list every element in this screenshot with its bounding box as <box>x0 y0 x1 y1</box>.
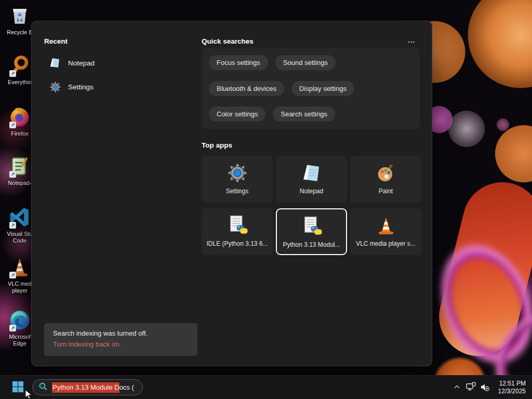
top-app-tile-python-module-docs[interactable]: Python 3.13 Modul... <box>276 208 347 255</box>
vscode-icon: ↗ <box>8 206 31 229</box>
top-apps-header: Top apps <box>202 141 232 149</box>
unselected-query-text: ocs ( <box>119 383 134 391</box>
recent-item-label: Settings <box>68 83 94 91</box>
top-app-label: Notepad <box>300 188 323 195</box>
python-document-icon <box>227 215 248 236</box>
recent-item-notepad[interactable]: Notepad <box>44 54 195 72</box>
search-query-text: Python 3.13 Module Docs ( <box>52 383 134 391</box>
ethernet-network-icon <box>466 381 476 394</box>
top-app-label: VLC media player s... <box>356 240 416 247</box>
speaker-muted-icon <box>480 382 490 394</box>
top-app-tile-paint[interactable]: Paint <box>350 156 421 203</box>
hidden-icons-chevron-button[interactable] <box>450 380 464 395</box>
top-app-tile-idle-python[interactable]: IDLE (Python 3.13 6... <box>202 208 273 255</box>
turn-indexing-on-link[interactable]: Turn indexing back on. <box>53 340 121 348</box>
network-tray-button[interactable] <box>464 380 478 395</box>
indexing-notice-message: Search indexing was turned off. <box>53 329 197 337</box>
selected-query-text: Python 3.13 Module D <box>52 382 119 393</box>
top-apps-grid: Settings Notepad Paint IDLE (Python 3.13… <box>202 156 422 255</box>
everything-search-icon: ↗ <box>8 54 31 77</box>
taskbar-clock[interactable]: 12:51 PM 12/3/2025 <box>495 379 529 396</box>
firefox-icon: ↗ <box>8 105 31 128</box>
top-app-label: Python 3.13 Modul... <box>283 241 340 248</box>
indexing-notice: Search indexing was turned off. Turn ind… <box>44 323 197 356</box>
clock-date: 12/3/2025 <box>498 388 526 395</box>
settings-gear-icon <box>227 162 248 184</box>
search-flyout-panel: Recent Notepad Settings Quick searches .… <box>31 21 432 366</box>
recent-item-settings[interactable]: Settings <box>44 77 195 96</box>
shortcut-arrow-icon: ↗ <box>9 122 16 128</box>
chevron-up-icon <box>453 383 461 392</box>
paint-palette-icon <box>375 162 397 184</box>
top-app-label: Paint <box>379 188 393 195</box>
settings-gear-icon <box>49 81 61 93</box>
windows-logo-icon <box>12 381 24 394</box>
notepad-icon <box>49 57 61 69</box>
shortcut-arrow-icon: ↗ <box>9 70 16 77</box>
vlc-cone-icon <box>375 215 397 236</box>
edge-icon: ↗ <box>8 309 31 331</box>
recent-item-label: Notepad <box>68 59 95 67</box>
quick-search-pill-color-settings[interactable]: Color settings <box>209 107 265 122</box>
top-app-tile-notepad[interactable]: Notepad <box>276 156 347 203</box>
quick-search-pill-focus-settings[interactable]: Focus settings <box>209 55 268 70</box>
shortcut-arrow-icon: ↗ <box>9 171 16 178</box>
top-app-tile-vlc-skins[interactable]: VLC media player s... <box>350 208 421 255</box>
vlc-cone-icon: ↗ <box>8 256 31 278</box>
taskbar-search-box[interactable]: Python 3.13 Module Docs ( <box>32 379 143 395</box>
taskbar: Python 3.13 Module Docs ( 12:51 PM 12/3/… <box>0 375 532 399</box>
quick-searches-card: Focus settings Sound settings Bluetooth … <box>202 48 420 129</box>
notepad-plus-plus-icon: ↗ <box>8 155 31 178</box>
quick-searches-header: Quick searches <box>202 37 254 45</box>
system-tray: 12:51 PM 12/3/2025 <box>450 376 529 399</box>
quick-search-pill-search-settings[interactable]: Search settings <box>273 107 335 122</box>
volume-muted-tray-button[interactable] <box>478 380 492 395</box>
recent-header: Recent <box>44 37 68 45</box>
shortcut-arrow-icon: ↗ <box>9 222 16 229</box>
recycle-bin-icon <box>8 4 31 27</box>
top-app-tile-settings[interactable]: Settings <box>202 156 273 203</box>
shortcut-arrow-icon: ↗ <box>9 272 16 278</box>
shortcut-arrow-icon: ↗ <box>9 325 16 331</box>
top-app-label: Settings <box>226 188 248 195</box>
notepad-icon <box>301 162 323 184</box>
clock-time: 12:51 PM <box>498 380 526 388</box>
start-button[interactable] <box>8 379 27 396</box>
quick-search-pill-bluetooth-devices[interactable]: Bluetooth & devices <box>209 81 284 96</box>
quick-search-pill-display-settings[interactable]: Display settings <box>291 81 354 96</box>
top-app-label: IDLE (Python 3.13 6... <box>206 240 268 247</box>
more-options-button[interactable]: ... <box>403 34 420 46</box>
python-document-icon <box>301 216 323 237</box>
quick-search-pill-sound-settings[interactable]: Sound settings <box>275 55 336 70</box>
search-icon <box>38 381 48 393</box>
